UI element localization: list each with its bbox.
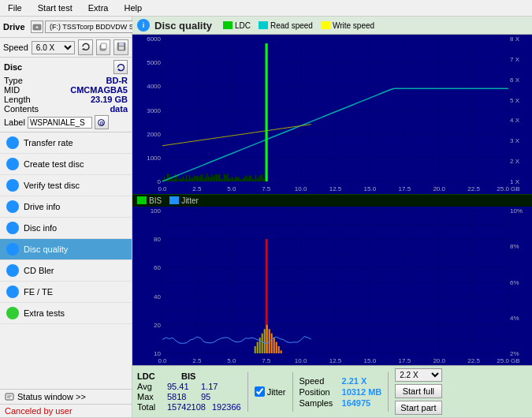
jitter-check[interactable]: Jitter xyxy=(255,386,286,397)
nav-fe-te-label: FE / TE xyxy=(24,287,53,297)
speed-copy-btn[interactable] xyxy=(96,39,111,55)
nav-extra-tests[interactable]: Extra tests xyxy=(0,303,132,324)
legend-bis: BIS xyxy=(137,196,162,205)
right-panel: i Disc quality LDC Read speed Write spee… xyxy=(132,17,532,417)
write-speed-legend-box xyxy=(321,21,330,29)
drive-label: Drive xyxy=(3,22,28,32)
svg-point-12 xyxy=(9,161,16,167)
legend-ldc: LDC xyxy=(223,21,251,30)
speed-stat-label: Speed xyxy=(299,376,339,386)
svg-point-14 xyxy=(9,203,16,210)
bis-legend-label: BIS xyxy=(149,196,162,205)
bis-legend-box xyxy=(137,196,147,204)
legend-jitter: Jitter xyxy=(169,196,199,205)
bot-chart-header: BIS Jitter xyxy=(132,194,532,207)
menu-file[interactable]: File xyxy=(3,2,27,14)
cd-bler-icon xyxy=(6,264,19,277)
status-window-label: Status window >> xyxy=(17,392,86,401)
start-part-btn[interactable]: Start part xyxy=(395,401,441,415)
nav-items: Transfer rate Create test disc Verify te… xyxy=(0,132,132,389)
transfer-rate-icon xyxy=(6,136,19,149)
left-panel: Drive (F:) TSSTcorp BDDVDW SE-506CB TS02… xyxy=(0,17,132,417)
nav-disc-info-label: Disc info xyxy=(24,223,57,233)
svg-rect-7 xyxy=(119,47,124,50)
chart-legend: LDC Read speed Write speed xyxy=(223,21,374,30)
nav-drive-info-label: Drive info xyxy=(24,202,60,211)
bis-total: 192366 xyxy=(212,402,241,412)
nav-disc-quality[interactable]: Disc quality xyxy=(0,239,132,260)
svg-rect-4 xyxy=(101,43,106,49)
bot-chart xyxy=(132,207,532,366)
label-edit-btn[interactable]: ⚙ xyxy=(95,115,109,129)
ldc-legend-label: LDC xyxy=(235,21,251,30)
speed-label: Speed xyxy=(3,43,28,52)
avg-label: Avg xyxy=(137,382,161,391)
speed-refresh-btn[interactable] xyxy=(78,39,93,55)
nav-create-test-disc[interactable]: Create test disc xyxy=(0,154,132,175)
stats-divider3 xyxy=(388,372,389,412)
label-input[interactable] xyxy=(28,117,92,129)
total-label: Total xyxy=(137,402,161,412)
drive-info-icon xyxy=(6,200,19,213)
main-container: Drive (F:) TSSTcorp BDDVDW SE-506CB TS02… xyxy=(0,17,532,417)
disc-info-section: Disc Type BD-R MID CMCMAGBA5 Length 23.1… xyxy=(0,58,132,132)
mid-key: MID xyxy=(4,85,20,95)
speed-select[interactable]: 6.0 X xyxy=(32,41,76,54)
ldc-total: 15742108 xyxy=(167,402,206,412)
type-key: Type xyxy=(4,76,23,85)
length-key: Length xyxy=(4,95,31,104)
disc-info-icon xyxy=(6,222,19,234)
top-chart-canvas xyxy=(132,35,532,194)
action-panel: 2.2 X Start full Start part xyxy=(395,368,441,415)
stats-divider2 xyxy=(292,372,293,412)
position-label: Position xyxy=(299,387,339,397)
status-window-btn[interactable]: Status window >> xyxy=(0,389,132,404)
disc-quality-header: i Disc quality LDC Read speed Write spee… xyxy=(132,17,532,35)
samples-label: Samples xyxy=(299,398,339,408)
menu-start-test[interactable]: Start test xyxy=(33,2,77,14)
start-full-btn[interactable]: Start full xyxy=(395,384,441,398)
speed-save-btn[interactable] xyxy=(113,39,128,55)
svg-text:⚙: ⚙ xyxy=(99,120,104,125)
legend-write-speed: Write speed xyxy=(321,21,374,30)
top-chart xyxy=(132,35,532,194)
svg-point-19 xyxy=(9,310,16,316)
svg-point-11 xyxy=(9,140,16,146)
svg-point-13 xyxy=(9,182,16,188)
nav-disc-info[interactable]: Disc info xyxy=(0,218,132,239)
nav-verify-test-disc[interactable]: Verify test disc xyxy=(0,175,132,196)
nav-cd-bler-label: CD Bler xyxy=(24,266,54,275)
svg-point-1 xyxy=(36,26,39,28)
fe-te-icon xyxy=(6,286,19,298)
write-speed-legend-label: Write speed xyxy=(333,21,374,30)
label-key: Label xyxy=(4,118,25,127)
status-window-icon xyxy=(5,392,14,401)
jitter-legend-label: Jitter xyxy=(181,196,199,205)
bis-header: BIS xyxy=(181,371,195,381)
dq-title: Disc quality xyxy=(154,20,212,32)
ldc-stats: LDC BIS Avg 95.41 1.17 Max 5818 95 Total… xyxy=(137,371,241,412)
menu-help[interactable]: Help xyxy=(119,2,147,14)
read-speed-legend-box xyxy=(259,21,268,29)
nav-verify-test-disc-label: Verify test disc xyxy=(24,181,80,190)
ldc-header: LDC xyxy=(137,371,169,381)
stats-bar: LDC BIS Avg 95.41 1.17 Max 5818 95 Total… xyxy=(132,365,532,417)
read-speed-legend-label: Read speed xyxy=(270,21,313,30)
nav-fe-te[interactable]: FE / TE xyxy=(0,282,132,303)
action-speed-select[interactable]: 2.2 X xyxy=(395,368,441,382)
speed-stat-value: 2.21 X xyxy=(342,376,367,386)
svg-point-18 xyxy=(9,289,16,295)
type-value: BD-R xyxy=(106,76,128,85)
nav-transfer-rate[interactable]: Transfer rate xyxy=(0,132,132,154)
nav-cd-bler[interactable]: CD Bler xyxy=(0,260,132,282)
menubar: File Start test Extra Help xyxy=(0,0,532,17)
jitter-checkbox[interactable] xyxy=(255,386,265,397)
disc-refresh-btn[interactable] xyxy=(113,60,128,74)
menu-extra[interactable]: Extra xyxy=(84,2,113,14)
extra-tests-icon xyxy=(6,307,19,319)
nav-drive-info[interactable]: Drive info xyxy=(0,196,132,218)
max-label: Max xyxy=(137,392,161,401)
bis-max: 95 xyxy=(201,392,210,401)
canceled-text: Canceled by user xyxy=(0,404,132,417)
length-value: 23.19 GB xyxy=(91,95,128,104)
